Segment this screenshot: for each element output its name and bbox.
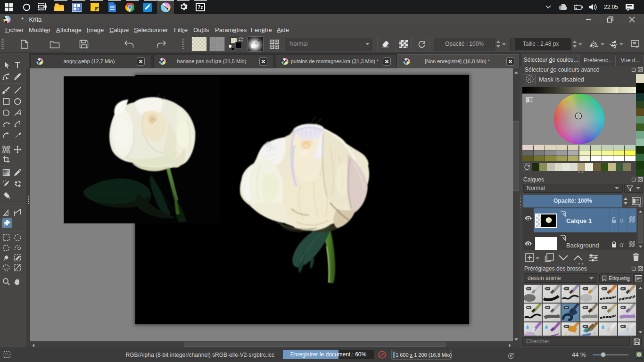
- svg-text:#: #: [77, 7, 79, 10]
